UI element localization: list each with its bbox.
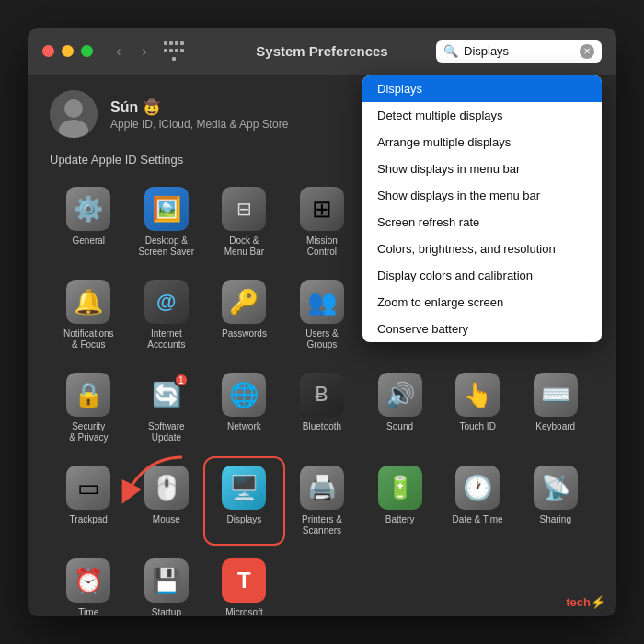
watermark-icon: ⚡ <box>591 595 605 609</box>
pref-label-battery: Battery <box>385 514 415 525</box>
search-clear-button[interactable]: ✕ <box>580 44 594 59</box>
user-subtitle: Apple ID, iCloud, Media & App Store <box>110 118 288 131</box>
pref-label-touchid: Touch ID <box>459 421 495 432</box>
pref-item-desktop[interactable]: 🖼️Desktop & Screen Saver <box>128 179 206 265</box>
pref-item-printers[interactable]: 🖨️Printers & Scanners <box>283 458 362 544</box>
search-icon: 🔍 <box>443 44 458 58</box>
pref-item-dock[interactable]: ⊟Dock & Menu Bar <box>205 179 283 265</box>
pref-item-tuxera[interactable]: TMicrosoft NTFS by Tuxera <box>205 551 283 616</box>
pref-label-bluetooth: Bluetooth <box>303 421 341 432</box>
pref-item-timemachine[interactable]: ⏰Time Machine <box>50 551 128 616</box>
traffic-lights <box>42 45 93 57</box>
pref-icon-security: 🔒 <box>66 373 110 417</box>
pref-item-bluetooth[interactable]: ɃBluetooth <box>283 365 362 451</box>
back-button[interactable]: ‹ <box>108 40 130 63</box>
search-input[interactable] <box>464 44 574 58</box>
dropdown-item-show-menu2[interactable]: Show displays in the menu bar <box>362 182 602 209</box>
pref-label-sound: Sound <box>386 421 413 432</box>
pref-label-mission: Mission Control <box>306 236 338 258</box>
pref-item-general[interactable]: ⚙️General <box>50 179 128 265</box>
pref-label-general: General <box>72 236 105 247</box>
pref-item-datetime[interactable]: 🕐Date & Time <box>439 458 517 544</box>
pref-label-notifications: Notifications & Focus <box>63 328 113 351</box>
pref-item-displays[interactable]: 🖥️Displays <box>205 458 283 544</box>
watermark: tech⚡ <box>566 595 605 609</box>
pref-item-security[interactable]: 🔒Security & Privacy <box>50 365 128 451</box>
pref-icon-keyboard: ⌨️ <box>534 373 578 417</box>
pref-icon-internet: @ <box>144 280 189 324</box>
window-title: System Preferences <box>256 43 387 59</box>
pref-label-trackpad: Trackpad <box>70 514 108 525</box>
forward-button[interactable]: › <box>133 40 155 63</box>
pref-icon-touchid: 👆 <box>455 373 500 417</box>
pref-item-users[interactable]: 👥Users & Groups <box>283 272 362 358</box>
dropdown-item-displays[interactable]: Displays <box>362 75 602 102</box>
pref-label-datetime: Date & Time <box>453 514 503 525</box>
pref-item-network[interactable]: 🌐Network <box>205 365 283 451</box>
pref-item-mission[interactable]: ⊞Mission Control <box>283 179 362 265</box>
pref-icon-datetime: 🕐 <box>455 466 500 510</box>
pref-item-notifications[interactable]: 🔔Notifications & Focus <box>50 272 128 358</box>
dropdown-item-battery[interactable]: Conserve battery <box>362 316 602 342</box>
pref-item-touchid[interactable]: 👆Touch ID <box>439 365 517 451</box>
pref-item-trackpad[interactable]: ▭Trackpad <box>50 458 128 544</box>
pref-item-keyboard[interactable]: ⌨️Keyboard <box>516 365 594 451</box>
pref-icon-general: ⚙️ <box>66 187 110 231</box>
pref-item-startup[interactable]: 💾Startup Disk <box>128 551 206 616</box>
titlebar: ‹ › System Preferences 🔍 ✕ <box>28 28 616 75</box>
pref-item-mouse[interactable]: 🖱️Mouse <box>128 458 206 544</box>
minimize-button[interactable] <box>62 45 74 57</box>
pref-label-mouse: Mouse <box>153 514 180 525</box>
user-info: Sún 🤠 Apple ID, iCloud, Media & App Stor… <box>110 98 288 131</box>
pref-icon-users: 👥 <box>300 280 344 324</box>
pref-icon-mission: ⊞ <box>300 187 344 231</box>
watermark-text: tech <box>566 595 591 609</box>
pref-icon-printers: 🖨️ <box>300 466 344 510</box>
pref-icon-sound: 🔊 <box>378 373 422 417</box>
pref-icon-desktop: 🖼️ <box>144 187 189 231</box>
pref-label-dock: Dock & Menu Bar <box>224 236 264 258</box>
pref-item-battery[interactable]: 🔋Battery <box>361 458 439 544</box>
pref-label-users: Users & Groups <box>305 328 339 351</box>
dropdown-item-zoom[interactable]: Zoom to enlarge screen <box>362 289 602 316</box>
pref-icon-notifications: 🔔 <box>66 280 110 324</box>
pref-label-printers: Printers & Scanners <box>302 514 342 536</box>
pref-item-passwords[interactable]: 🔑Passwords <box>205 272 283 358</box>
pref-icon-trackpad: ▭ <box>66 466 110 510</box>
search-box[interactable]: 🔍 ✕ <box>436 40 602 63</box>
maximize-button[interactable] <box>81 45 93 57</box>
user-name: Sún 🤠 <box>110 98 288 116</box>
pref-icon-timemachine: ⏰ <box>66 558 110 603</box>
pref-label-tuxera: Microsoft NTFS by Tuxera <box>211 607 278 616</box>
nav-buttons: ‹ › <box>108 40 155 63</box>
pref-label-software: Software Update <box>148 421 184 443</box>
pref-item-internet[interactable]: @Internet Accounts <box>128 272 206 358</box>
pref-label-network: Network <box>227 421 261 432</box>
dropdown-item-detect[interactable]: Detect multiple displays <box>362 102 602 129</box>
pref-icon-bluetooth: Ƀ <box>300 373 344 417</box>
dropdown-item-arrange[interactable]: Arrange multiple displays <box>362 129 602 155</box>
pref-label-internet: Internet Accounts <box>147 328 185 351</box>
dropdown-item-colors-brightness[interactable]: Colors, brightness, and resolution <box>362 236 602 262</box>
pref-icon-network: 🌐 <box>222 373 266 417</box>
pref-icon-dock: ⊟ <box>222 187 266 231</box>
pref-icon-battery: 🔋 <box>378 466 422 510</box>
search-dropdown: Displays Detect multiple displays Arrang… <box>362 75 602 342</box>
pref-item-sound[interactable]: 🔊Sound <box>361 365 439 451</box>
pref-label-keyboard: Keyboard <box>535 421 575 432</box>
close-button[interactable] <box>42 45 54 57</box>
pref-label-sharing: Sharing <box>539 514 570 525</box>
pref-item-sharing[interactable]: 📡Sharing <box>516 458 594 544</box>
dropdown-item-refresh[interactable]: Screen refresh rate <box>362 209 602 236</box>
dropdown-item-display-colors[interactable]: Display colors and calibration <box>362 262 602 289</box>
pref-icon-software: 🔄1 <box>144 373 189 417</box>
grid-view-button[interactable] <box>163 40 185 63</box>
pref-icon-tuxera: T <box>222 558 266 603</box>
pref-label-security: Security & Privacy <box>69 421 108 443</box>
pref-label-displays: Displays <box>227 514 262 525</box>
dropdown-item-show-menu1[interactable]: Show displays in menu bar <box>362 155 602 182</box>
svg-point-1 <box>64 99 83 118</box>
pref-item-software[interactable]: 🔄1Software Update <box>128 365 206 451</box>
pref-icon-sharing: 📡 <box>534 466 578 510</box>
avatar[interactable] <box>50 90 98 138</box>
